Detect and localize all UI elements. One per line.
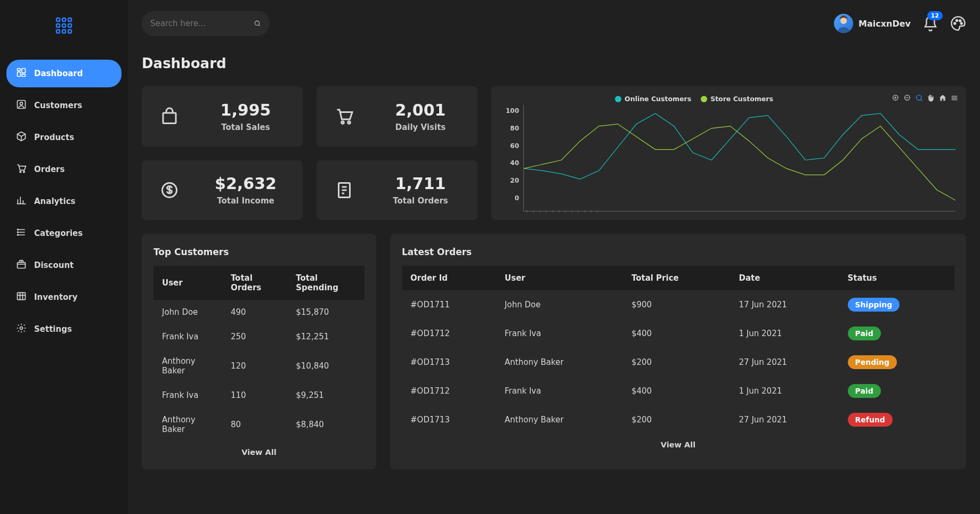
cell-status: Paid bbox=[839, 377, 954, 405]
table-row[interactable]: Anthony Baker80$8,840 bbox=[153, 407, 365, 442]
table-row[interactable]: #OD1711John Doe$90017 Jun 2021Shipping bbox=[402, 290, 954, 319]
table-row[interactable]: Frank Iva110$9,251 bbox=[153, 383, 365, 407]
latest-orders-panel: Latest Orders Order IdUserTotal PriceDat… bbox=[390, 234, 966, 469]
zoom-select-icon[interactable] bbox=[915, 94, 924, 102]
search-input[interactable] bbox=[150, 19, 254, 28]
status-badge: Paid bbox=[848, 327, 881, 340]
sidebar-item-analytics[interactable]: Analytics bbox=[6, 187, 122, 215]
sidebar-item-categories[interactable]: Categories bbox=[6, 219, 122, 247]
search-icon bbox=[254, 18, 261, 29]
svg-point-28 bbox=[961, 23, 962, 25]
ytick: 0 bbox=[500, 194, 519, 202]
column-header: Total Orders bbox=[222, 266, 287, 300]
svg-rect-1 bbox=[62, 18, 66, 21]
cell: 27 Jun 2021 bbox=[731, 405, 839, 434]
svg-rect-12 bbox=[22, 74, 26, 76]
sidebar-item-dashboard[interactable]: Dashboard bbox=[6, 60, 122, 87]
sidebar-item-orders[interactable]: Orders bbox=[6, 156, 122, 183]
svg-rect-21 bbox=[18, 292, 26, 299]
legend-store-customers[interactable]: Store Customers bbox=[701, 95, 773, 103]
cell: $200 bbox=[623, 405, 731, 434]
svg-rect-29 bbox=[163, 113, 176, 124]
sidebar-item-label: Orders bbox=[34, 165, 64, 174]
svg-point-18 bbox=[18, 232, 19, 233]
stat-value: 1,995 bbox=[204, 101, 288, 119]
cell: #OD1713 bbox=[402, 348, 496, 377]
table-row[interactable]: #OD1713Anthony Baker$20027 Jun 2021Pendi… bbox=[402, 348, 954, 377]
cell: 17 Jun 2021 bbox=[731, 290, 839, 319]
column-header: Order Id bbox=[402, 266, 496, 290]
stat-card-total-income: $2,632Total Income bbox=[142, 160, 303, 221]
latest-orders-view-all[interactable]: View All bbox=[402, 440, 954, 449]
stat-value: 1,711 bbox=[378, 174, 463, 193]
legend-label: Online Customers bbox=[625, 95, 691, 103]
cell: John Doe bbox=[496, 290, 623, 319]
svg-point-27 bbox=[959, 20, 961, 22]
cell-status: Refund bbox=[839, 405, 954, 434]
stat-value: 2,001 bbox=[378, 101, 463, 119]
stat-label: Total Orders bbox=[378, 196, 463, 206]
status-badge: Paid bbox=[848, 384, 881, 398]
svg-rect-10 bbox=[18, 72, 21, 76]
cell: John Doe bbox=[153, 300, 222, 324]
cell: 1 Jun 2021 bbox=[731, 319, 839, 348]
ytick: 80 bbox=[500, 125, 519, 132]
table-row[interactable]: #OD1712Frank Iva$4001 Jun 2021Paid bbox=[402, 319, 954, 348]
cell: Frank Iva bbox=[496, 319, 623, 348]
table-row[interactable]: #OD1713Anthony Baker$20027 Jun 2021Refun… bbox=[402, 405, 954, 434]
sidebar-item-customers[interactable]: Customers bbox=[6, 92, 122, 119]
cell: Anthony Baker bbox=[496, 348, 623, 377]
bag-icon bbox=[157, 103, 182, 129]
chart-plot bbox=[523, 105, 955, 211]
latest-orders-title: Latest Orders bbox=[402, 247, 954, 257]
cell: 110 bbox=[222, 383, 287, 407]
table-row[interactable]: Anthony Baker120$10,840 bbox=[153, 349, 365, 383]
palette-icon bbox=[950, 15, 966, 31]
home-icon[interactable] bbox=[938, 94, 947, 102]
sidebar-item-inventory[interactable]: Inventory bbox=[6, 283, 122, 311]
svg-point-22 bbox=[20, 327, 23, 330]
sidebar-item-settings[interactable]: Settings bbox=[6, 315, 122, 343]
sidebar-item-label: Customers bbox=[34, 101, 82, 110]
column-header: Total Spending bbox=[287, 266, 365, 300]
stat-cards: 1,995Total Sales2,001Daily Visits$2,632T… bbox=[142, 86, 477, 220]
orders-icon bbox=[16, 163, 27, 176]
table-row[interactable]: #OD1712Frank Iva$4001 Jun 2021Paid bbox=[402, 377, 954, 405]
current-user[interactable]: MaicxnDev bbox=[834, 14, 911, 33]
svg-rect-8 bbox=[68, 30, 71, 33]
table-row[interactable]: John Doe490$15,870 bbox=[153, 300, 365, 324]
stat-label: Total Income bbox=[204, 196, 288, 206]
svg-point-36 bbox=[917, 95, 921, 100]
sidebar-item-label: Analytics bbox=[34, 197, 75, 206]
zoom-out-icon[interactable] bbox=[903, 94, 912, 102]
main-area: MaicxnDev 12 Dashboard 1,995Total Sales2… bbox=[128, 0, 980, 514]
menu-icon[interactable] bbox=[950, 94, 959, 102]
stat-label: Total Sales bbox=[204, 123, 288, 132]
page-title: Dashboard bbox=[142, 55, 966, 71]
theme-button[interactable] bbox=[950, 15, 966, 31]
app-logo bbox=[53, 15, 75, 36]
table-row[interactable]: Frank Iva250$12,251 bbox=[153, 324, 365, 349]
sidebar-nav: DashboardCustomersProductsOrdersAnalytic… bbox=[6, 60, 122, 347]
svg-rect-7 bbox=[62, 30, 66, 33]
svg-rect-11 bbox=[22, 69, 26, 73]
zoom-in-icon[interactable] bbox=[892, 94, 900, 102]
cell: $900 bbox=[623, 290, 731, 319]
line-chart-svg bbox=[524, 105, 955, 211]
stat-card-total-orders: 1,711Total Orders bbox=[317, 160, 477, 221]
legend-online-customers[interactable]: Online Customers bbox=[615, 95, 691, 103]
ytick: 20 bbox=[500, 177, 519, 184]
svg-rect-4 bbox=[62, 24, 66, 27]
legend-dot bbox=[615, 96, 621, 102]
notification-badge: 12 bbox=[927, 11, 943, 20]
notifications-button[interactable]: 12 bbox=[922, 15, 938, 31]
sidebar-item-products[interactable]: Products bbox=[6, 124, 122, 151]
cell-status: Shipping bbox=[839, 290, 954, 319]
categories-icon bbox=[16, 227, 27, 240]
cell: #OD1713 bbox=[402, 405, 496, 434]
svg-point-26 bbox=[956, 20, 958, 21]
pan-icon[interactable] bbox=[927, 94, 935, 102]
search-box[interactable] bbox=[142, 11, 270, 36]
top-customers-view-all[interactable]: View All bbox=[153, 448, 365, 456]
sidebar-item-discount[interactable]: Discount bbox=[6, 251, 122, 279]
